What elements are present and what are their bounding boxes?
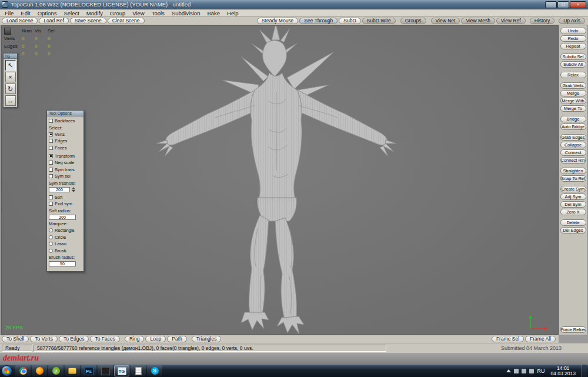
marquee-rectangle-option[interactable]: Rectangle <box>49 228 82 233</box>
notepad-icon[interactable] <box>131 365 146 376</box>
create-sym-button[interactable]: Create Sym <box>560 186 586 192</box>
marquee-circle-option[interactable]: Circle <box>49 235 82 240</box>
explorer-icon[interactable] <box>65 365 80 376</box>
menu-modify[interactable]: Modify <box>83 10 106 16</box>
marquee-lasso-option[interactable]: Lasso <box>49 241 82 246</box>
del-edges-button[interactable]: Del Edges <box>560 227 586 233</box>
tool-options-panel[interactable]: Tool Options Backfaces Select: Verts Edg… <box>46 110 84 272</box>
neg-scale-option[interactable]: Neg scale <box>49 160 82 165</box>
excl-sym-checkbox[interactable] <box>49 202 53 206</box>
backfaces-option[interactable]: Backfaces <box>49 118 82 124</box>
faces-checkbox[interactable] <box>49 146 53 150</box>
menu-group[interactable]: Group <box>106 10 129 16</box>
collapse-button[interactable]: Collapse <box>560 142 586 148</box>
force-refresh-button[interactable]: Force Refresh <box>560 326 586 333</box>
tray-icon-1[interactable] <box>514 369 519 373</box>
sym-threshold-spinner[interactable] <box>72 187 75 192</box>
view-net-button[interactable]: View Net <box>431 18 460 24</box>
clock[interactable]: 14:01 04.03.2013 <box>547 366 579 376</box>
bridge-button[interactable]: Bridge <box>560 116 586 122</box>
brush-radius-input[interactable] <box>49 261 76 266</box>
grab-verts-button[interactable]: Grab Verts <box>560 82 586 89</box>
select-faces-option[interactable]: Faces <box>49 145 82 151</box>
load-ref-button[interactable]: Load Ref <box>39 18 69 24</box>
groups-button[interactable]: Groups <box>400 18 426 24</box>
tg-tool-palette[interactable]: TG ↖ × ↻ ↔ <box>3 53 18 108</box>
scene-icon[interactable] <box>4 28 11 35</box>
merge-to-button[interactable]: Merge To <box>560 105 586 112</box>
menu-edit[interactable]: Edit <box>17 10 34 16</box>
redo-button[interactable]: Redo <box>560 35 586 42</box>
chrome-icon[interactable] <box>15 365 31 376</box>
show-desktop-button[interactable] <box>582 365 587 377</box>
firefox-icon[interactable] <box>32 365 47 376</box>
to-faces-button[interactable]: To Faces <box>90 336 120 342</box>
menu-file[interactable]: File <box>1 10 17 16</box>
zero-x-button[interactable]: Zero X <box>560 209 586 215</box>
connect-ring-button[interactable]: Connect Ring <box>560 157 586 164</box>
ring-button[interactable]: Ring <box>125 336 144 342</box>
soft-radius-input[interactable] <box>49 215 76 220</box>
del-sym-button[interactable]: Del Sym <box>560 201 586 208</box>
to-verts-button[interactable]: To Verts <box>30 336 58 342</box>
connect-button[interactable]: Connect <box>560 149 586 156</box>
close-button[interactable]: × <box>570 1 586 8</box>
lasso-radio[interactable] <box>49 242 53 246</box>
path-button[interactable]: Path <box>167 336 187 342</box>
transform-checkbox[interactable] <box>49 154 53 158</box>
to-shell-button[interactable]: To Shell <box>2 336 29 342</box>
steady-mouse-button[interactable]: Steady Mouse <box>257 18 298 24</box>
minimize-button[interactable]: – <box>545 1 557 8</box>
menu-help[interactable]: Help <box>223 10 242 16</box>
soft-checkbox[interactable] <box>49 195 53 199</box>
repeat-button[interactable]: Repeat <box>560 43 586 49</box>
media-player-icon[interactable] <box>98 365 113 376</box>
sym-sel-checkbox[interactable] <box>49 174 53 178</box>
menu-tools[interactable]: Tools <box>148 10 168 16</box>
merge-with-button[interactable]: Merge With <box>560 98 586 104</box>
rectangle-radio[interactable] <box>49 228 53 232</box>
subdiv-all-button[interactable]: Subdiv All <box>560 61 586 68</box>
tg-palette-title[interactable]: TG <box>4 54 17 59</box>
scale-tool-icon[interactable]: × <box>5 72 16 82</box>
photoshop-icon[interactable]: Ps <box>81 365 96 376</box>
maximize-button[interactable]: □ <box>557 1 569 8</box>
skype-icon[interactable]: S <box>147 365 162 376</box>
frame-sel-button[interactable]: Frame Sel <box>492 336 524 342</box>
triangles-button[interactable]: Triangles <box>192 336 222 342</box>
verts-checkbox[interactable] <box>49 132 53 136</box>
delete-button[interactable]: Delete <box>560 219 586 226</box>
auto-bridge-button[interactable]: Auto Bridge <box>560 124 586 130</box>
hidden-icons-icon[interactable] <box>506 369 511 372</box>
start-button[interactable] <box>1 365 12 376</box>
menu-bake[interactable]: Bake <box>203 10 223 16</box>
merge-button[interactable]: Merge <box>560 90 586 96</box>
sym-sel-option[interactable]: Sym sel <box>49 174 82 179</box>
subd-wire-button[interactable]: SubD Wire <box>362 18 396 24</box>
rotate-tool-icon[interactable]: ↻ <box>5 84 16 94</box>
subdiv-sel-button[interactable]: Subdiv Sel <box>560 54 586 60</box>
snap-to-ref-button[interactable]: Snap To Ref <box>560 175 586 182</box>
circle-radio[interactable] <box>49 235 53 239</box>
view-mesh-button[interactable]: View Mesh <box>461 18 495 24</box>
undo-button[interactable]: Undo <box>560 28 586 34</box>
edges-checkbox[interactable] <box>49 139 53 143</box>
straighten-button[interactable]: Straighten <box>560 168 586 174</box>
history-button[interactable]: History <box>530 18 554 24</box>
view-ref-button[interactable]: View Ref <box>496 18 526 24</box>
tool-options-title[interactable]: Tool Options <box>47 111 83 116</box>
select-tool-icon[interactable]: ↖ <box>5 60 16 71</box>
excl-sym-option[interactable]: Excl sym <box>49 201 82 206</box>
transform-option[interactable]: Transform <box>49 154 82 159</box>
brush-radio[interactable] <box>49 249 53 253</box>
see-through-button[interactable]: See Through <box>299 18 338 24</box>
select-edges-option[interactable]: Edges <box>49 138 82 144</box>
select-verts-option[interactable]: Verts <box>49 132 82 137</box>
sym-trans-option[interactable]: Sym trans <box>49 167 82 172</box>
title-bar[interactable]: TopoGun 1.06 W32 (NODELOCKED LICENSE) (Y… <box>0 0 588 9</box>
tray-icon-3[interactable] <box>529 369 534 373</box>
topogun-taskbar-icon[interactable]: TG <box>114 365 129 376</box>
relax-button[interactable]: Relax <box>560 72 586 78</box>
move-tool-icon[interactable]: ↔ <box>5 95 16 106</box>
utorrent-icon[interactable]: µ <box>48 365 64 376</box>
